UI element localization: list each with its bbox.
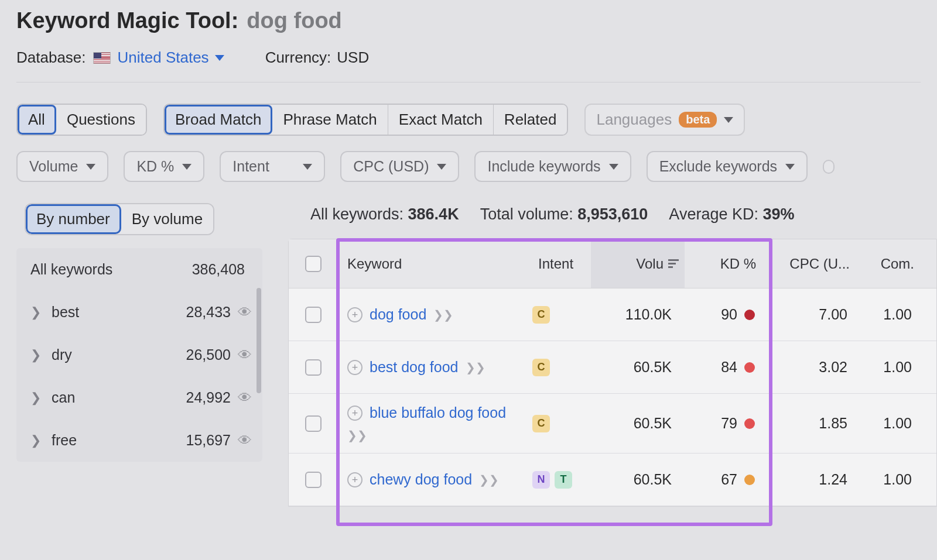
eye-icon[interactable]: 👁 bbox=[238, 390, 252, 406]
intent-badge-c: C bbox=[532, 359, 550, 376]
eye-icon[interactable]: 👁 bbox=[238, 347, 252, 363]
sidebar-group-item[interactable]: ❯can24,992👁 bbox=[16, 376, 262, 419]
tab-questions[interactable]: Questions bbox=[56, 105, 146, 135]
tab-related[interactable]: Related bbox=[494, 105, 567, 135]
tab-broad-match[interactable]: Broad Match bbox=[165, 105, 272, 135]
chevron-right-icon: ❯ bbox=[30, 348, 41, 363]
double-chevron-icon: ❯❯ bbox=[479, 473, 499, 487]
keyword-link[interactable]: dog food bbox=[370, 306, 426, 323]
sidebar-sort-tabs: By number By volume bbox=[25, 203, 214, 235]
filter-more[interactable] bbox=[823, 160, 835, 174]
header-divider bbox=[16, 82, 921, 83]
sidebar-group-item[interactable]: ❯best28,433👁 bbox=[16, 291, 262, 334]
database-select[interactable]: Database: United States bbox=[16, 49, 224, 67]
keyword-link[interactable]: chewy dog food bbox=[370, 471, 472, 488]
searched-keyword: dog food bbox=[247, 8, 341, 33]
kd-value: 79 bbox=[721, 415, 737, 432]
sort-descending-icon bbox=[668, 259, 679, 268]
keyword-cell[interactable]: +best dog food❯❯ bbox=[338, 348, 532, 386]
group-label: free bbox=[52, 432, 186, 449]
summary-value: 39% bbox=[762, 205, 794, 223]
filter-exclude-keywords[interactable]: Exclude keywords bbox=[647, 151, 808, 182]
keyword-link[interactable]: blue buffalo dog food bbox=[370, 404, 506, 421]
keyword-cell[interactable]: +blue buffalo dog food❯❯ bbox=[338, 394, 532, 453]
row-checkbox[interactable] bbox=[305, 359, 322, 376]
intent-cell: NT bbox=[532, 471, 591, 489]
filter-kd[interactable]: KD % bbox=[124, 151, 204, 182]
flag-us-icon bbox=[93, 52, 111, 64]
col-kd[interactable]: KD % bbox=[685, 256, 767, 272]
com-cell: 1.00 bbox=[860, 359, 925, 376]
type-tab-group: All Questions bbox=[16, 104, 147, 136]
chevron-down-icon bbox=[86, 164, 95, 170]
col-keyword[interactable]: Keyword bbox=[338, 256, 532, 272]
select-all-checkbox[interactable] bbox=[305, 256, 322, 272]
sidebar-all-keywords[interactable]: All keywords 386,408 bbox=[16, 248, 262, 291]
chevron-down-icon bbox=[437, 164, 446, 170]
kd-cell: 67 bbox=[685, 471, 767, 488]
chevron-down-icon bbox=[785, 164, 795, 170]
database-label: Database: bbox=[16, 49, 86, 67]
col-intent[interactable]: Intent bbox=[532, 256, 591, 272]
filter-intent[interactable]: Intent bbox=[220, 151, 325, 182]
group-count: 26,500 bbox=[186, 346, 231, 363]
row-checkbox[interactable] bbox=[305, 307, 322, 323]
sidebar-tab-by-number[interactable]: By number bbox=[26, 204, 121, 234]
languages-dropdown[interactable]: Languages beta bbox=[584, 104, 745, 136]
sidebar-all-label: All keywords bbox=[30, 261, 192, 278]
kd-difficulty-dot bbox=[744, 418, 755, 429]
table-row: +dog food❯❯C110.0K907.001.00 bbox=[289, 288, 936, 341]
sidebar-group-item[interactable]: ❯free15,697👁 bbox=[16, 419, 262, 462]
add-keyword-icon[interactable]: + bbox=[347, 406, 363, 421]
tab-phrase-match[interactable]: Phrase Match bbox=[272, 105, 388, 135]
kd-cell: 79 bbox=[685, 415, 767, 432]
kd-difficulty-dot bbox=[744, 475, 755, 485]
filter-volume[interactable]: Volume bbox=[16, 151, 108, 182]
sidebar-tab-by-volume[interactable]: By volume bbox=[121, 204, 213, 234]
row-checkbox[interactable] bbox=[305, 472, 322, 488]
tab-exact-match[interactable]: Exact Match bbox=[388, 105, 494, 135]
scrollbar[interactable] bbox=[257, 288, 261, 393]
table-header-row: Keyword Intent Volu KD % CPC (U... Com. bbox=[289, 239, 936, 288]
eye-icon[interactable]: 👁 bbox=[238, 432, 252, 449]
filter-cpc[interactable]: CPC (USD) bbox=[340, 151, 459, 182]
kd-difficulty-dot bbox=[744, 362, 755, 373]
chevron-right-icon: ❯ bbox=[30, 390, 41, 406]
kd-value: 84 bbox=[721, 359, 737, 376]
kd-value: 67 bbox=[721, 471, 737, 488]
col-cpc[interactable]: CPC (U... bbox=[767, 256, 860, 272]
filter-label: Include keywords bbox=[487, 158, 600, 175]
summary-label: All keywords: bbox=[310, 205, 403, 223]
double-chevron-icon: ❯❯ bbox=[433, 308, 453, 322]
intent-cell: C bbox=[532, 359, 591, 376]
add-keyword-icon[interactable]: + bbox=[347, 307, 363, 322]
group-label: can bbox=[52, 389, 186, 406]
add-keyword-icon[interactable]: + bbox=[347, 360, 363, 375]
results-summary: All keywords: 386.4K Total volume: 8,953… bbox=[288, 203, 937, 239]
filter-include-keywords[interactable]: Include keywords bbox=[474, 151, 631, 182]
tab-all[interactable]: All bbox=[18, 105, 56, 135]
row-checkbox[interactable] bbox=[305, 415, 322, 432]
chevron-right-icon: ❯ bbox=[30, 433, 41, 448]
beta-badge: beta bbox=[679, 112, 717, 128]
double-chevron-icon: ❯❯ bbox=[347, 428, 367, 442]
add-keyword-icon[interactable]: + bbox=[347, 472, 363, 487]
keyword-cell[interactable]: +chewy dog food❯❯ bbox=[338, 461, 532, 499]
kd-value: 90 bbox=[721, 306, 737, 323]
chevron-down-icon bbox=[215, 55, 224, 61]
col-volume[interactable]: Volu bbox=[591, 239, 685, 288]
keyword-link[interactable]: best dog food bbox=[370, 359, 459, 376]
languages-label: Languages bbox=[596, 111, 672, 129]
sidebar-group-item[interactable]: ❯dry26,500👁 bbox=[16, 334, 262, 376]
eye-icon[interactable]: 👁 bbox=[238, 304, 252, 321]
filter-label: Exclude keywords bbox=[659, 158, 777, 175]
table-row: +chewy dog food❯❯NT60.5K671.241.00 bbox=[289, 454, 936, 506]
tool-name: Keyword Magic Tool: bbox=[16, 8, 238, 33]
chevron-down-icon bbox=[182, 164, 191, 170]
sidebar-all-count: 386,408 bbox=[192, 261, 245, 278]
col-com[interactable]: Com. bbox=[860, 256, 925, 272]
match-tab-group: Broad Match Phrase Match Exact Match Rel… bbox=[163, 104, 569, 136]
intent-badge-t: T bbox=[555, 471, 572, 489]
keyword-cell[interactable]: +dog food❯❯ bbox=[338, 296, 532, 334]
cpc-cell: 7.00 bbox=[767, 306, 860, 323]
